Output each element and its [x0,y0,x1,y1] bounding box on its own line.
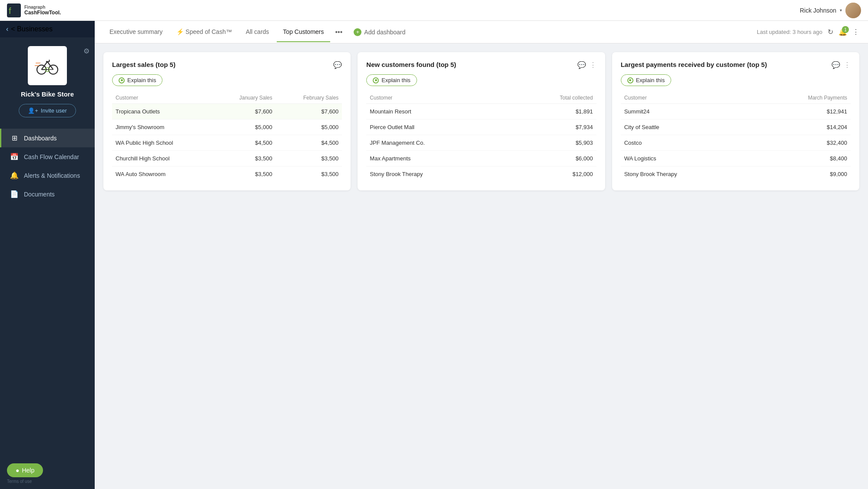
kebab-icon[interactable]: ⋮ [590,61,596,69]
customer-name: JPF Management Co. [366,135,506,151]
payment-amount: $8,400 [751,151,851,166]
table-row: Mountain Resort $1,891 [366,104,596,120]
store-name: Rick's Bike Store [21,90,74,98]
refresh-icon[interactable]: ↻ [828,28,833,36]
card-title: New customers found (top 5) [366,61,456,68]
largest-payments-card: Largest payments received by customer (t… [612,52,859,190]
dashboard-area: Largest sales (top 5) 💬 Explain this Cus… [95,43,868,489]
total-collected: $6,000 [506,151,596,166]
payment-amount: $14,204 [751,120,851,135]
table-row: Max Apartments $6,000 [366,151,596,166]
jan-sales: $5,000 [213,120,276,135]
terms-of-use[interactable]: Terms of use [7,479,88,484]
table-row: WA Auto Showroom $3,500 $3,500 [112,166,342,182]
feb-sales: $4,500 [276,135,342,151]
app-layout: ‹ < Businesses ⚙ [0,21,868,489]
total-collected: $5,903 [506,135,596,151]
explain-dot [373,77,379,83]
jan-sales: $3,500 [213,166,276,182]
col-customer: Customer [112,92,213,104]
tabbar-right: Last updated: 3 hours ago ↻ 🔔 1 ⋮ [757,28,859,36]
table-row: Churchill High School $3,500 $3,500 [112,151,342,166]
kebab-menu-icon[interactable]: ⋮ [852,28,859,36]
tab-speed[interactable]: ⚡ ⚡ Speed of Cash™ Speed of Cash™ [170,22,238,42]
sidebar-footer: ● Help Terms of use [0,458,95,489]
explain-this-button-1[interactable]: Explain this [112,74,162,86]
explain-this-button-2[interactable]: Explain this [366,74,417,86]
payment-amount: $9,000 [751,166,851,182]
customer-name: Mountain Resort [366,104,506,120]
notifications-button[interactable]: 🔔 1 [838,28,847,36]
feb-sales: $7,600 [276,104,342,120]
payment-amount: $12,941 [751,104,851,120]
table-row: Pierce Outlet Mall $7,934 [366,120,596,135]
new-customers-table: Customer Total collected Mountain Resort… [366,92,596,182]
sidebar-item-alerts[interactable]: 🔔 Alerts & Notifications [0,166,95,185]
businesses-label: < Businesses [11,25,53,33]
sidebar-item-cashflow[interactable]: 📅 Cash Flow Calendar [0,147,95,166]
speed-icon: ⚡ [176,28,184,35]
col-march: March Payments [751,92,851,104]
businesses-nav[interactable]: ‹ < Businesses [0,21,95,37]
sidebar-item-documents[interactable]: 📄 Documents [0,185,95,203]
logo: f Finagraph CashFlowTool. [7,3,61,17]
col-feb: February Sales [276,92,342,104]
avatar [845,3,861,18]
kebab-icon[interactable]: ⋮ [844,61,851,69]
table-row: JPF Management Co. $5,903 [366,135,596,151]
card-icons: 💬 [333,61,342,69]
col-customer: Customer [366,92,506,104]
table-row: WA Public High School $4,500 $4,500 [112,135,342,151]
total-collected: $1,891 [506,104,596,120]
main-content: Executive summary ⚡ ⚡ Speed of Cash™ Spe… [95,21,868,489]
user-menu[interactable]: Rick Johnson ▾ [800,3,861,18]
total-collected: $7,934 [506,120,596,135]
customer-name: WA Logistics [621,151,751,166]
table-row: City of Seattle $14,204 [621,120,851,135]
explain-dot [119,77,125,83]
total-collected: $12,000 [506,166,596,182]
customer-name: Stony Brook Therapy [621,166,751,182]
gear-icon[interactable]: ⚙ [83,47,89,55]
chat-icon[interactable]: 💬 [333,61,342,69]
help-button[interactable]: ● Help [7,463,43,477]
sidebar-item-label: Dashboards [24,135,57,142]
customer-name: Churchill High School [112,151,213,166]
tab-allcards[interactable]: All cards [240,22,275,42]
tab-executive[interactable]: Executive summary [103,22,169,42]
customer-name: Costco [621,135,751,151]
card-header: New customers found (top 5) 💬 ⋮ [366,61,596,69]
add-dashboard-button[interactable]: + Add dashboard [348,25,411,40]
logo-text: Finagraph CashFlowTool. [24,5,61,16]
card-title: Largest payments received by customer (t… [621,61,767,68]
store-logo-wrap [28,46,67,85]
col-customer: Customer [621,92,751,104]
logo-icon: f [7,3,21,17]
svg-line-4 [42,62,48,70]
customer-name: Tropicana Outlets [112,104,213,120]
tab-more-button[interactable]: ••• [332,22,346,42]
sidebar-item-label: Cash Flow Calendar [24,153,79,160]
add-icon: + [354,28,361,36]
customer-name: Stony Brook Therapy [366,166,506,182]
sidebar-nav: ⊞ Dashboards 📅 Cash Flow Calendar 🔔 Aler… [0,129,95,458]
explain-this-button-3[interactable]: Explain this [621,74,671,86]
jan-sales: $7,600 [213,104,276,120]
bell-icon: 🔔 [10,171,19,180]
customer-name: Summit24 [621,104,751,120]
last-updated-text: Last updated: 3 hours ago [757,29,822,35]
notification-badge: 1 [842,26,849,33]
customer-name: City of Seattle [621,120,751,135]
tab-topcustomers[interactable]: Top Customers [277,22,330,42]
svg-line-5 [47,62,53,70]
customer-name: Pierce Outlet Mall [366,120,506,135]
chat-icon[interactable]: 💬 [577,61,586,69]
card-header: Largest sales (top 5) 💬 [112,61,342,69]
customer-name: WA Auto Showroom [112,166,213,182]
card-icons: 💬 ⋮ [832,61,851,69]
customer-name: Max Apartments [366,151,506,166]
sidebar-item-dashboards[interactable]: ⊞ Dashboards [0,129,95,147]
chat-icon[interactable]: 💬 [832,61,840,69]
largest-sales-card: Largest sales (top 5) 💬 Explain this Cus… [103,52,351,190]
invite-user-button[interactable]: 👤+ Invite user [19,104,76,117]
